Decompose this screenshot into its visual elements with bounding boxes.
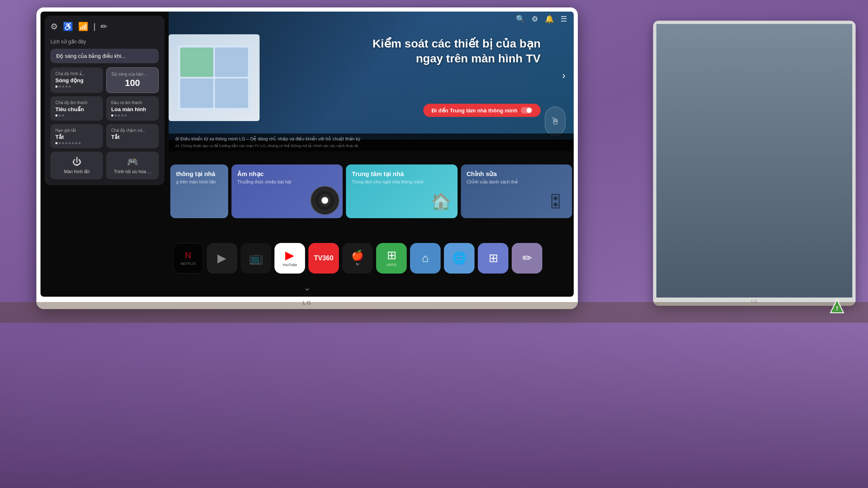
remote-control-image: 🖱: [545, 107, 565, 136]
qs-dot: [121, 114, 123, 117]
qs-display-mode-label: Chế độ hình ả...: [55, 71, 98, 76]
app-bar: N NETFLIX ▶ 📺 ▶ YouTube TV360 🍎 tv: [169, 240, 574, 277]
notifications-icon[interactable]: 🔔: [545, 14, 554, 24]
cat-card-title-smarthome: Trung tâm tại nhà: [352, 170, 451, 178]
green-triangle-icon: !: [829, 298, 845, 314]
preview-block-1: [180, 48, 213, 77]
youtube-label: YouTube: [282, 263, 297, 267]
qs-brightness-card[interactable]: Độ sáng của bản... 100: [106, 67, 159, 93]
app-web[interactable]: 🌐: [444, 243, 475, 274]
category-card-smarthome[interactable]: Trung tâm tại nhà Trung tâm cho ngôi nhà…: [346, 164, 457, 218]
hero-cta-button[interactable]: Đi đến Trung tâm nhà thông minh: [423, 104, 541, 117]
app-edit-button[interactable]: ✏: [512, 243, 542, 274]
cat-card-subtitle-smarthome: Trung tâm cho ngôi nhà thông minh: [352, 179, 451, 184]
qs-dot: [65, 142, 67, 144]
preview-block-3: [180, 79, 213, 108]
edit-symbol: ✏: [522, 252, 532, 264]
quick-settings-panel: ⚙ ♿ 📶 | ✏ Lịch sử gần đây Độ sáng của bả…: [45, 16, 165, 185]
category-card-music[interactable]: Âm nhạc Thưởng thức nhiều bài hát: [231, 164, 343, 218]
qs-dot: [59, 114, 61, 117]
app-tv360[interactable]: TV360: [308, 243, 339, 274]
screen-off-button[interactable]: ⏻ Màn hình tắt: [50, 152, 103, 179]
qs-sound-mode-value: Tiêu chuẩn: [55, 106, 98, 112]
qs-dot: [59, 142, 61, 144]
appletv-symbol: 🍎: [351, 250, 364, 260]
app-unknown-1[interactable]: ▶: [207, 243, 237, 274]
smarthome-visual: 🏠: [424, 185, 458, 218]
qs-dot: [111, 114, 113, 117]
qs-dot: [79, 142, 81, 144]
preview-screen-grid: [178, 45, 250, 110]
qs-timer-card[interactable]: Hẹn giờ tắt Tắt: [50, 124, 103, 148]
qs-sound-output-card[interactable]: Đầu ra âm thanh Loa màn hình: [106, 96, 159, 121]
qs-sound-mode-label: Chế độ âm thanh: [55, 100, 98, 105]
qs-edit-icon[interactable]: ✏: [100, 21, 107, 31]
qs-dot: [72, 142, 74, 144]
qs-history-label: Lịch sử gần đây: [50, 39, 159, 45]
app-unknown-2[interactable]: 📺: [241, 243, 271, 274]
qs-display-dots: [55, 86, 98, 88]
apps-symbol: ⊞: [387, 250, 396, 261]
hero-cta-toggle[interactable]: [521, 107, 532, 114]
qs-dot: [114, 114, 117, 117]
tv-screen: 🔍 ⚙ 🔔 ☰ ⚙ ♿ 📶 | ✏ Lịch sử gần đây Độ sán…: [41, 12, 574, 297]
qs-top-card[interactable]: Độ sáng của bảng điều khi...: [50, 49, 159, 63]
qs-sound-mode-card[interactable]: Chế độ âm thanh Tiêu chuẩn: [50, 96, 103, 121]
preview-thumbnail: [169, 34, 260, 121]
tv360-symbol: TV360: [314, 255, 333, 262]
cat-card-subtitle-music: Thưởng thức nhiều bài hát: [237, 179, 337, 185]
ai-disclaimer: AI. Chúng được tạo ra để hướng dẫn các m…: [175, 143, 567, 149]
qs-dot: [118, 114, 120, 117]
qs-output-dots: [111, 114, 154, 117]
qs-accessibility-icon[interactable]: ♿: [63, 21, 73, 31]
music-vinyl-icon: [310, 186, 339, 215]
app-unknown-1-symbol: ▶: [217, 252, 227, 264]
qs-brightness-value: 100: [112, 78, 153, 88]
qs-dot: [55, 114, 57, 117]
qs-action-row: ⏻ Màn hình tắt 🎮 Trình tối ưu hóa ...: [50, 152, 159, 179]
app-youtube[interactable]: ▶ YouTube: [274, 243, 305, 274]
scroll-down-indicator: ⌄: [304, 283, 311, 293]
screen-off-label: Màn hình tắt: [64, 169, 89, 174]
app-apps[interactable]: ⊞ APPS: [376, 243, 407, 274]
app-multiview[interactable]: ⊞: [478, 243, 508, 274]
app-appletv[interactable]: 🍎 tv: [342, 243, 373, 274]
qs-sound-dots: [55, 114, 98, 117]
right-monitor-screen: [656, 24, 852, 298]
qs-settings-icon[interactable]: ⚙: [50, 21, 58, 31]
web-symbol: 🌐: [452, 252, 467, 264]
hero-title-line2: ngay trên màn hình TV: [416, 52, 541, 65]
game-icon: 🎮: [127, 157, 138, 167]
preview-inner: [169, 34, 260, 121]
qs-dot: [62, 86, 64, 88]
cat-card-title-partial: thông tại nhà: [176, 170, 222, 178]
hero-cta-label: Đi đến Trung tâm nhà thông minh: [432, 107, 517, 114]
hero-title-line1: Kiểm soát các thiết bị của bạn: [372, 37, 541, 50]
game-optimizer-button[interactable]: 🎮 Trình tối ưu hóa ...: [106, 152, 159, 179]
category-card-partial[interactable]: thông tại nhà g trên màn hình lớn: [170, 164, 228, 218]
qs-display-mode-value: Sóng động: [55, 77, 98, 83]
qs-wifi-icon[interactable]: 📶: [78, 21, 88, 31]
category-card-edit[interactable]: Chỉnh sửa Chỉnh sửa danh sách thẻ 🎛: [461, 164, 572, 218]
hero-next-arrow[interactable]: ›: [562, 70, 565, 81]
qs-dot: [55, 142, 57, 144]
qs-display-mode-card[interactable]: Chế độ hình ả... Sóng động: [50, 67, 103, 93]
qs-header-icons: ⚙ ♿ 📶 | ✏: [50, 21, 159, 34]
app-home[interactable]: ⌂: [410, 243, 441, 274]
qs-slow-mode-card[interactable]: Chế độ chậm số... Tắt: [106, 124, 159, 148]
qs-dot: [69, 86, 71, 88]
edit-visual: 🎛: [539, 185, 572, 218]
preview-block-4: [215, 79, 248, 108]
cat-card-subtitle-edit: Chỉnh sửa danh sách thẻ: [467, 179, 566, 185]
app-netflix[interactable]: N NETFLIX: [173, 243, 203, 274]
tv-header-bar: 🔍 ⚙ 🔔 ☰: [509, 12, 574, 26]
home-symbol: ⌂: [422, 252, 429, 264]
qs-separator-icon: |: [93, 22, 95, 31]
app-unknown-2-symbol: 📺: [249, 252, 263, 264]
settings-icon[interactable]: ⚙: [532, 14, 538, 24]
qs-dot: [59, 86, 61, 88]
menu-icon[interactable]: ☰: [560, 14, 567, 24]
qs-slow-mode-label: Chế độ chậm số...: [111, 128, 154, 133]
preview-block-2: [215, 48, 248, 77]
search-icon[interactable]: 🔍: [516, 14, 525, 24]
